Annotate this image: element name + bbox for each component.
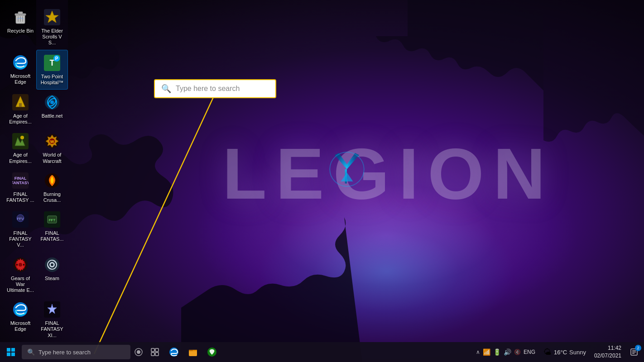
desktop-icon-wow[interactable]: W World of Warcraft: [36, 129, 68, 167]
two-point-hospital-label: Two Point Hospital™: [38, 74, 66, 86]
age-of-empires-2-label: Age of Empires...: [6, 152, 34, 164]
svg-text:FFT: FFT: [49, 218, 56, 222]
floating-search-icon: 🔍: [161, 84, 171, 94]
taskbar-weather[interactable]: 🌤 16°C Sunny: [540, 346, 590, 359]
svg-rect-50: [155, 348, 159, 352]
svg-rect-18: [12, 133, 29, 149]
desktop-icon-ff-v[interactable]: FFV FINAL FANTASY V...: [5, 207, 36, 252]
desktop-icon-two-point-hospital[interactable]: T P Two Point Hospital™: [36, 50, 68, 90]
desktop-icon-age-of-empires-2[interactable]: Age of Empires...: [5, 129, 36, 167]
svg-rect-49: [151, 348, 154, 352]
ff-tactics-icon: FFT: [43, 210, 61, 229]
floating-search-text: Type here to search: [176, 85, 240, 93]
cortana-button[interactable]: [130, 344, 147, 360]
taskbar-files-icon[interactable]: [184, 343, 202, 361]
taskbar-right-area: ∧ 📶 🔋 🔊 🔇 ENG 🌤 16°C Sunny 11:42: [473, 343, 642, 361]
svg-text:W: W: [50, 139, 54, 144]
svg-text:P: P: [55, 56, 58, 61]
ms-edge-2-icon: [11, 300, 29, 319]
system-tray-icons: ∧ 📶 🔋 🔊 🔇 ENG: [473, 348, 538, 356]
taskbar-xbox-icon[interactable]: [203, 343, 221, 361]
cortana-icon: [135, 348, 143, 356]
age-of-empires-1-label: Age of Empires...: [6, 113, 34, 125]
elder-scrolls-icon: [43, 8, 61, 26]
svg-text:FINAL: FINAL: [14, 176, 27, 181]
ff-xiv-icon: [43, 300, 61, 319]
svg-rect-3: [18, 12, 23, 14]
system-tray-expand-icon[interactable]: ∧: [476, 349, 480, 355]
svg-point-17: [50, 100, 54, 104]
burning-crusade-icon: [43, 171, 61, 190]
ms-edge-1-label: Microsoft Edge: [6, 73, 34, 85]
network-icon[interactable]: 📶: [483, 348, 490, 356]
wow-icon: W: [43, 132, 61, 150]
taskbar: 🔍 Type here to search: [0, 342, 644, 362]
notification-center-button[interactable]: [626, 344, 642, 360]
taskbar-search-text: Type here to search: [38, 349, 91, 356]
svg-point-39: [51, 263, 53, 266]
recycle-bin-icon: [11, 8, 29, 26]
desktop-icon-elder-scrolls[interactable]: The Elder Scrolls V S...: [36, 5, 68, 50]
age-of-empires-2-icon: [11, 132, 29, 150]
taskbar-pinned-icons: [165, 343, 221, 361]
svg-rect-43: [7, 348, 10, 352]
desktop-icon-ff-xiv[interactable]: FINAL FANTASY XI...: [36, 297, 68, 342]
svg-rect-51: [151, 352, 154, 356]
ff-v-icon: FFV: [11, 210, 29, 229]
desktop-icon-steam[interactable]: Steam: [36, 252, 68, 297]
svg-text:FANTASY: FANTASY: [12, 181, 29, 185]
battery-icon[interactable]: 🔋: [493, 348, 501, 356]
start-button[interactable]: [2, 343, 20, 361]
svg-line-42: [94, 90, 216, 354]
ff-1-label: FINAL FANTASY ...: [6, 191, 34, 203]
svg-rect-14: [19, 103, 22, 107]
gears-of-war-label: Gears of War Ultimate E...: [6, 276, 34, 294]
desktop-icon-ff-1[interactable]: FINAL FANTASY FINAL FANTASY ...: [5, 168, 36, 207]
svg-point-48: [137, 350, 140, 354]
task-view-button[interactable]: [147, 344, 163, 360]
ff-tactics-label: FINAL FANTAS...: [38, 230, 66, 242]
legion-watermark: LEGION: [222, 132, 554, 215]
task-view-icon: [151, 348, 159, 356]
svg-rect-55: [189, 350, 193, 351]
desktop-icon-gears-of-war[interactable]: Gears of War Ultimate E...: [5, 252, 36, 297]
taskbar-search-box[interactable]: 🔍 Type here to search: [22, 345, 130, 359]
burning-crusade-label: Burning Crusa...: [38, 191, 66, 203]
taskbar-edge-icon[interactable]: [165, 343, 183, 361]
desktop-icon-battle-net[interactable]: Battle.net: [36, 90, 68, 129]
ff-xiv-label: FINAL FANTASY XI...: [38, 320, 66, 338]
desktop-icon-ms-edge-2[interactable]: Microsoft Edge: [5, 297, 36, 342]
taskbar-clock[interactable]: 11:42 02/07/2021: [591, 343, 624, 361]
desktop-icons-container: Recycle Bin The Elder Scrolls V S...: [5, 5, 68, 342]
floating-search-box[interactable]: 🔍 Type here to search: [154, 79, 276, 98]
lenovo-logo: [327, 149, 367, 190]
speaker-muted-icon[interactable]: 🔇: [514, 349, 521, 355]
steam-icon: [43, 256, 61, 274]
ms-edge-2-label: Microsoft Edge: [6, 320, 34, 332]
svg-text:FFV: FFV: [17, 217, 24, 221]
notification-icon: [630, 348, 638, 356]
language-indicator[interactable]: ENG: [524, 349, 535, 355]
steam-label: Steam: [45, 276, 59, 281]
svg-rect-45: [7, 352, 10, 356]
clock-time: 11:42: [608, 344, 621, 352]
svg-rect-44: [11, 348, 15, 352]
ff-1-icon: FINAL FANTASY: [11, 171, 29, 190]
weather-temp: 16°C: [554, 349, 567, 356]
desktop-icon-recycle-bin[interactable]: Recycle Bin: [5, 5, 36, 50]
ff-v-label: FINAL FANTASY V...: [6, 230, 34, 248]
gears-of-war-icon: [11, 256, 29, 274]
xbox-taskbar-icon: [207, 347, 217, 357]
clock-date: 02/07/2021: [594, 352, 621, 360]
desktop-icon-age-of-empires-1[interactable]: Age of Empires...: [5, 90, 36, 129]
file-explorer-taskbar-icon: [188, 347, 198, 357]
desktop-icon-ms-edge-1[interactable]: Microsoft Edge: [5, 50, 36, 90]
desktop-icon-burning-crusade[interactable]: Burning Crusa...: [36, 168, 68, 207]
volume-icon[interactable]: 🔊: [504, 348, 511, 356]
edge-taskbar-icon: [169, 347, 179, 357]
svg-rect-52: [155, 352, 159, 356]
desktop-icon-ff-tactics[interactable]: FFT FINAL FANTAS...: [36, 207, 68, 252]
battle-net-icon: [43, 93, 61, 111]
svg-point-19: [20, 136, 24, 139]
wow-label: World of Warcraft: [38, 152, 66, 164]
